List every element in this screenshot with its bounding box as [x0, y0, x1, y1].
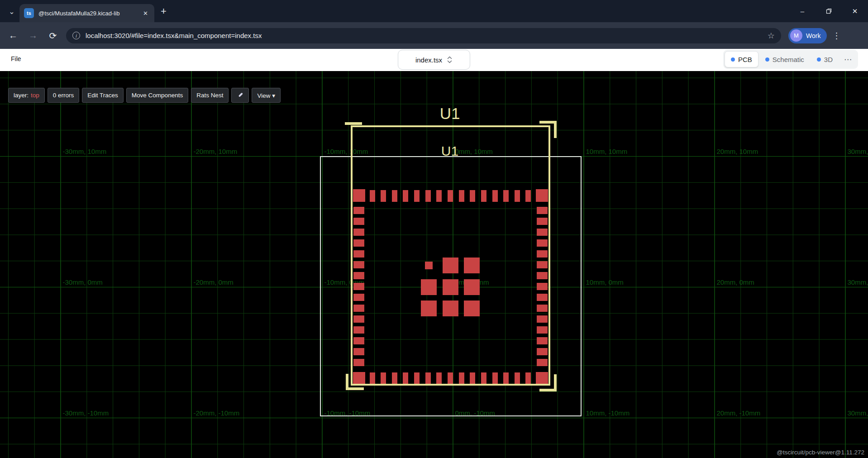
fab-corner-mark [554, 374, 557, 391]
fab-corner-mark [554, 121, 557, 138]
layer-value: top [31, 92, 39, 99]
fab-corner-mark [346, 387, 364, 390]
browser-toolbar: ← → ⟳ i localhost:3020/#file=index.tsx&m… [0, 22, 868, 49]
pencil-icon [237, 92, 243, 99]
grid-coordinate-label: 20mm, -10mm [717, 409, 761, 417]
grid-coordinate-label: -20mm, -10mm [194, 409, 240, 417]
restore-button[interactable] [816, 0, 842, 22]
tab-pcb-label: PCB [738, 56, 752, 63]
tab-schematic-label: Schematic [773, 56, 804, 63]
grid-coordinate-label: -30mm, -10mm [63, 409, 109, 417]
tab-strip: ⌄ ts @tsci/MustafaMulla29.kicad-lib ✕ + … [0, 0, 868, 22]
edit-traces-button[interactable]: Edit Traces [82, 88, 124, 103]
reload-icon[interactable]: ⟳ [46, 30, 60, 41]
view-menu-button[interactable]: View ▾ [252, 88, 281, 103]
layer-button[interactable]: layer: top [8, 88, 45, 103]
tab-pcb[interactable]: PCB [725, 51, 758, 67]
fab-outline [351, 125, 550, 386]
grid-coordinate-label: -30mm, 10mm [63, 148, 107, 155]
profile-chip[interactable]: M Work [788, 28, 827, 43]
threed-dot-icon [817, 57, 821, 62]
close-window-button[interactable]: ✕ [842, 0, 868, 22]
file-select-dropdown[interactable]: index.tsx [398, 50, 470, 70]
grid-coordinate-label: 30mm, 0mm [848, 278, 868, 286]
pcb-dot-icon [731, 57, 735, 62]
bookmark-star-icon[interactable]: ☆ [768, 31, 775, 41]
schematic-dot-icon [765, 57, 769, 62]
site-info-icon[interactable]: i [72, 32, 80, 39]
url-text[interactable]: localhost:3020/#file=index.tsx&main_comp… [86, 32, 762, 39]
avatar: M [790, 29, 802, 42]
window-controls: – ✕ [789, 0, 868, 22]
viewer-version-label: @tscircuit/pcb-viewer@1.11.272 [777, 449, 864, 456]
tab-search-chevron-icon[interactable]: ⌄ [5, 4, 19, 19]
file-select-value: index.tsx [415, 56, 442, 64]
pcb-toolbar: layer: top 0 errors Edit Traces Move Com… [8, 88, 281, 103]
grid-coordinate-label: -30mm, 0mm [63, 278, 103, 286]
more-views-button[interactable]: ⋯ [839, 55, 857, 64]
grid-coordinate-label: 30mm, 10mm [848, 148, 868, 155]
grid-coordinate-label: 20mm, 0mm [717, 278, 754, 286]
address-bar[interactable]: i localhost:3020/#file=index.tsx&main_co… [66, 28, 781, 43]
pcb-canvas[interactable]: -30mm, 10mm-20mm, 10mm-10mm, 10mm0mm, 10… [0, 71, 868, 458]
errors-button[interactable]: 0 errors [48, 88, 80, 103]
reference-designator: U1 [436, 105, 463, 123]
profile-label: Work [806, 32, 820, 39]
grid-coordinate-label: -20mm, 0mm [194, 278, 234, 286]
grid-coordinate-label: 20mm, 10mm [717, 148, 758, 155]
tab-schematic[interactable]: Schematic [759, 51, 810, 67]
layer-label: layer: [14, 92, 29, 99]
new-tab-button[interactable]: + [161, 5, 167, 17]
edit-pencil-button[interactable] [231, 88, 249, 103]
typescript-favicon-icon: ts [24, 8, 34, 18]
grid-coordinate-label: 10mm, 0mm [586, 278, 624, 286]
rats-nest-button[interactable]: Rats Nest [191, 88, 229, 103]
grid-coordinate-label: 10mm, 10mm [586, 148, 628, 155]
reference-designator-silkscreen: U1 [436, 143, 463, 159]
restore-icon [826, 8, 832, 14]
minimize-button[interactable]: – [789, 0, 816, 22]
tab-3d[interactable]: 3D [811, 51, 839, 67]
tab-close-icon[interactable]: ✕ [141, 9, 150, 18]
tab-title: @tsci/MustafaMulla29.kicad-lib [38, 10, 137, 17]
select-chevrons-icon [447, 56, 453, 64]
back-icon[interactable]: ← [6, 30, 20, 41]
grid-coordinate-label: 10mm, -10mm [586, 409, 630, 417]
grid-coordinate-label: -20mm, 10mm [194, 148, 238, 155]
app-header: File index.tsx PCB Schematic 3D ⋯ [0, 49, 868, 71]
browser-window: ⌄ ts @tsci/MustafaMulla29.kicad-lib ✕ + … [0, 0, 868, 458]
fab-corner-mark [345, 122, 362, 125]
file-menu[interactable]: File [11, 55, 21, 62]
forward-icon[interactable]: → [26, 30, 40, 41]
browser-menu-icon[interactable]: ⋮ [832, 31, 840, 41]
grid-coordinate-label: 30mm, -10mm [848, 409, 868, 417]
view-mode-switcher: PCB Schematic 3D ⋯ [723, 50, 858, 69]
browser-tab[interactable]: ts @tsci/MustafaMulla29.kicad-lib ✕ [19, 4, 154, 22]
tab-3d-label: 3D [824, 56, 833, 63]
move-components-button[interactable]: Move Components [126, 88, 188, 103]
